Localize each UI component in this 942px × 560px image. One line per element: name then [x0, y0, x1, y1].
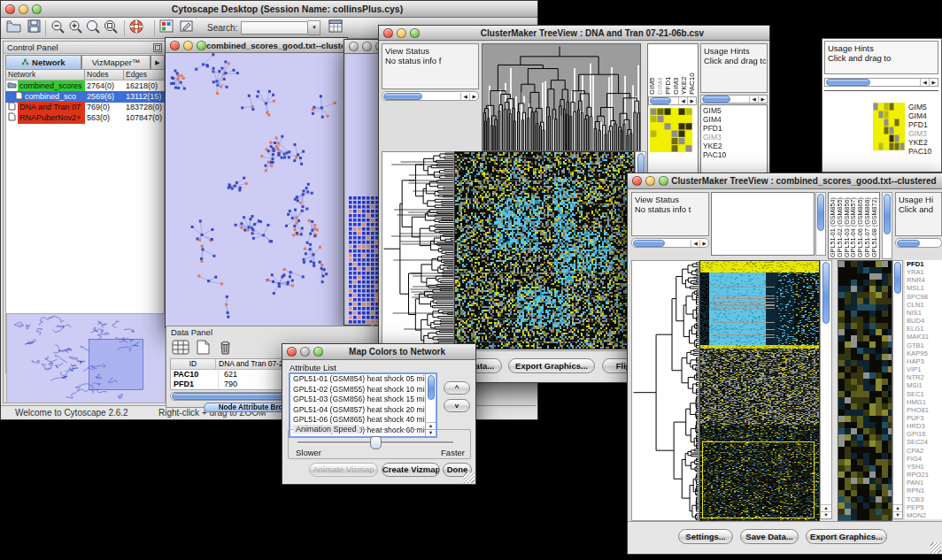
treeview1-titlebar[interactable]: ClusterMaker TreeView : DNA and Tran 07-…	[379, 26, 769, 41]
attribute-browser-icon[interactable]	[328, 19, 344, 37]
gene-label-list: PFD1YRA1RNR4MSL1SPC98CLN1NIS1BUD4ELG1MAK…	[905, 260, 942, 519]
resize-grip[interactable]	[930, 542, 941, 553]
create-vizmap-button[interactable]: Create Vizmap	[382, 463, 440, 477]
labels-hscrollbar[interactable]: ◀▶	[648, 96, 697, 105]
network-graph-canvas[interactable]	[166, 53, 345, 326]
minimize-button[interactable]	[362, 42, 372, 51]
move-up-button[interactable]: ^	[444, 381, 470, 395]
listbox-vscrollbar[interactable]: ▲▼	[425, 374, 436, 436]
zoom-out-icon[interactable]	[50, 19, 67, 38]
gene-label: SEC1	[907, 390, 942, 398]
heatmap-canvas[interactable]	[454, 151, 635, 349]
network-overview-thumbnail[interactable]	[6, 313, 166, 403]
treeview2-titlebar[interactable]: ClusterMaker TreeView : combined_scores_…	[628, 173, 942, 189]
resize-grip[interactable]	[464, 472, 475, 483]
view-status-hscrollbar[interactable]: ◀▶	[382, 91, 479, 101]
gene-label: MSI1	[907, 381, 942, 389]
zoom-button[interactable]	[313, 347, 323, 357]
search-dropdown-arrow[interactable]: ▼	[308, 20, 320, 35]
tab-vizmapper-label: VizMapper™	[92, 58, 141, 67]
search-input[interactable]	[241, 21, 308, 35]
network-row-combined-scores[interactable]: combined_scores 2764(0) 16218(0)	[5, 81, 165, 91]
heatmap-canvas[interactable]	[699, 260, 820, 521]
zoom-fit-icon[interactable]	[85, 19, 103, 38]
network-view-titlebar[interactable]: combined_scores_good.txt--cluste...	[166, 38, 347, 53]
view-status-text: No status info t	[635, 204, 706, 214]
row-id: PFD1	[171, 380, 219, 389]
float-panel-icon[interactable]	[153, 43, 162, 55]
heatmap-vscrollbar[interactable]: ▲▼	[820, 260, 832, 519]
close-button[interactable]	[287, 347, 297, 357]
usage-hints-hscrollbar[interactable]	[895, 238, 942, 248]
tab-network[interactable]: Network	[5, 55, 81, 69]
attribute-item[interactable]: GPL51-03 (GSM856) heat shock 15 min	[293, 395, 436, 405]
minimize-button[interactable]	[645, 176, 655, 186]
zoom-button[interactable]	[659, 176, 668, 186]
close-button[interactable]	[349, 42, 359, 51]
gene-label: FIG4	[907, 455, 942, 463]
network-row-rnapuber[interactable]: RNAPuberNov2+ 563(0) 107847(0)	[5, 112, 165, 124]
zoom-button[interactable]	[32, 4, 42, 14]
hscrollbar[interactable]: ◀▶	[824, 78, 938, 87]
help-icon[interactable]	[128, 19, 145, 38]
control-panel-header: Control Panel	[4, 42, 165, 54]
zoom-matrix-canvas[interactable]	[650, 108, 692, 152]
zoom-selected-icon[interactable]	[103, 19, 120, 38]
minimize-button[interactable]	[300, 347, 310, 357]
gene-label: PEP5	[907, 503, 942, 511]
close-button[interactable]	[383, 28, 393, 38]
zoom-heatmap-canvas[interactable]	[838, 260, 892, 521]
close-button[interactable]	[632, 176, 642, 186]
zoom-button[interactable]	[197, 41, 206, 50]
row-dendrogram-canvas[interactable]	[382, 151, 454, 349]
export-graphics-button[interactable]: Export Graphics...	[806, 529, 887, 544]
column-dendrogram-canvas[interactable]	[482, 43, 641, 151]
gene-label: GIM3	[703, 133, 726, 142]
trash-icon[interactable]	[218, 338, 233, 359]
row-dendrogram-canvas[interactable]	[631, 260, 699, 521]
usage-hints-hscrollbar[interactable]: ◀▶	[700, 95, 768, 104]
annotation-icon[interactable]	[179, 19, 195, 37]
gene-label: PAC10	[908, 147, 931, 156]
minimize-button[interactable]	[397, 28, 406, 38]
dialog-titlebar[interactable]: Map Colors to Network	[282, 344, 475, 360]
zoom-matrix-canvas[interactable]	[873, 103, 905, 150]
attribute-item[interactable]: GPL51-04 (GSM857) heat shock 20 min	[293, 405, 436, 416]
save-data-button[interactable]: Save Data...	[740, 529, 799, 544]
window-controls[interactable]	[5, 4, 42, 14]
zoom-vscrollbar[interactable]: ▲▼	[892, 260, 903, 519]
move-down-button[interactable]: v	[444, 399, 470, 412]
export-graphics-button[interactable]: Export Graphics...	[508, 358, 595, 373]
close-button[interactable]	[170, 41, 180, 50]
column-dendrogram-area[interactable]	[711, 192, 815, 256]
gene-label: PFD1	[908, 120, 931, 129]
attribute-list-label: Attribute List	[290, 363, 336, 372]
zoom-button[interactable]	[410, 28, 420, 38]
background-treeview-window[interactable]: Usage Hints Click and drag to ◀▶ GIM5GIM…	[822, 38, 942, 173]
save-icon[interactable]	[27, 19, 42, 37]
minimize-button[interactable]	[183, 41, 193, 50]
animate-vizmap-button[interactable]: Animate Vizmap	[309, 463, 378, 477]
settings-button[interactable]: Settings...	[678, 529, 733, 544]
attribute-item[interactable]: GPL51-02 (GSM855) heat shock 10 min	[293, 385, 436, 395]
view-status-hscrollbar[interactable]: ◀▶	[631, 238, 709, 248]
tab-overflow-arrow[interactable]: ▶	[151, 55, 165, 69]
attribute-item[interactable]: GPL51-01 (GSM854) heat shock 05 min	[293, 374, 436, 385]
gene-label: BUD4	[907, 317, 942, 325]
slider-thumb[interactable]	[370, 436, 382, 449]
table-icon[interactable]	[172, 339, 189, 359]
close-button[interactable]	[5, 4, 15, 14]
gene-label: KAP95	[907, 349, 942, 357]
vizmapper-icon[interactable]	[158, 19, 174, 37]
new-document-icon[interactable]	[195, 339, 211, 359]
minimize-button[interactable]	[19, 4, 28, 14]
open-file-icon[interactable]	[5, 19, 22, 37]
zoom-in-icon[interactable]	[67, 19, 85, 38]
main-titlebar[interactable]: Cytoscape Desktop (Session Name: collins…	[1, 1, 537, 18]
rotated-column-labels: GPL51-01 (GSM854)GPL51-02 (GSM855)GPL51-…	[828, 192, 880, 259]
toolbar-separator	[154, 20, 155, 36]
id-column-header[interactable]: ID	[171, 359, 216, 369]
tab-vizmapper[interactable]: VizMapper™	[81, 55, 151, 69]
labels-vscrollbar[interactable]	[882, 192, 892, 259]
column-area-vscrollbar[interactable]	[815, 192, 826, 256]
